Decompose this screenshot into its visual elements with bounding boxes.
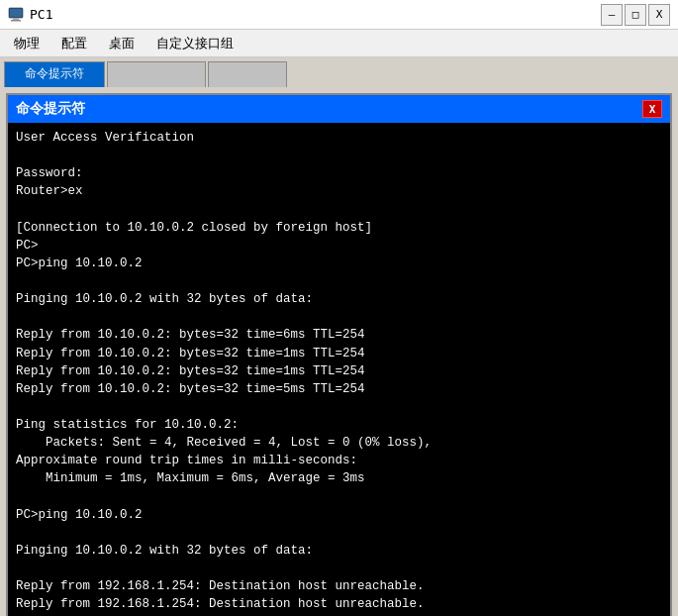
svg-rect-0: [9, 8, 23, 18]
terminal-close-button[interactable]: X: [642, 100, 662, 118]
terminal-title-bar: 命令提示符 X: [8, 95, 670, 123]
tabs-row: 命令提示符: [0, 57, 678, 87]
tab-3[interactable]: [208, 61, 287, 87]
svg-rect-2: [11, 20, 21, 22]
menu-item-custom[interactable]: 自定义接口组: [146, 32, 243, 55]
maximize-button[interactable]: □: [625, 4, 646, 26]
close-button[interactable]: X: [648, 4, 670, 26]
menu-item-config[interactable]: 配置: [51, 32, 97, 55]
tab-terminal[interactable]: 命令提示符: [4, 61, 105, 87]
title-bar-left: PC1: [8, 7, 52, 23]
tab-2[interactable]: [107, 61, 206, 87]
terminal-content: User Access Verification Password: Route…: [16, 129, 662, 616]
window-title-bar: PC1 — □ X: [0, 0, 678, 30]
terminal-body[interactable]: User Access Verification Password: Route…: [8, 123, 670, 616]
window-title: PC1: [30, 7, 52, 22]
svg-rect-1: [13, 18, 19, 20]
main-area: 命令提示符 X User Access Verification Passwor…: [0, 87, 678, 616]
menu-item-physics[interactable]: 物理: [4, 32, 49, 55]
menu-bar: 物理 配置 桌面 自定义接口组: [0, 30, 678, 57]
menu-item-desktop[interactable]: 桌面: [99, 32, 145, 55]
minimize-button[interactable]: —: [601, 4, 623, 26]
pc-icon: [8, 7, 24, 23]
terminal-window: 命令提示符 X User Access Verification Passwor…: [6, 93, 672, 616]
terminal-title-text: 命令提示符: [16, 100, 85, 118]
window-controls[interactable]: — □ X: [601, 4, 670, 26]
